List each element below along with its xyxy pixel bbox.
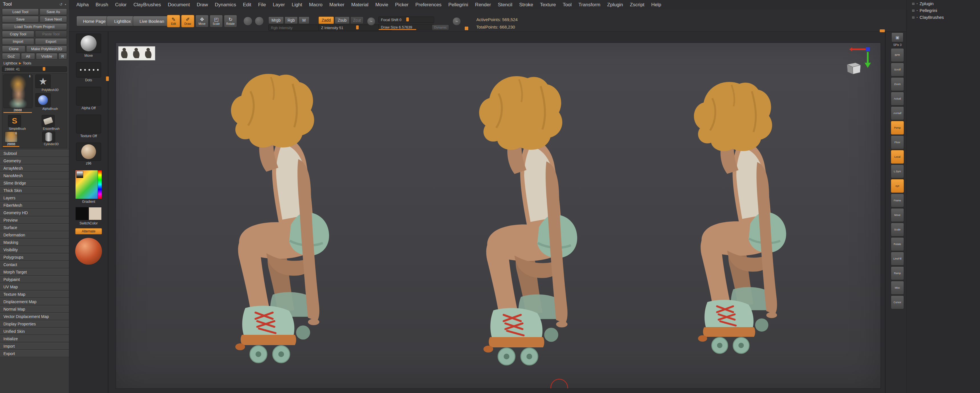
goz-all-button[interactable]: All	[21, 53, 35, 60]
make-polymesh3d-button[interactable]: Make PolyMesh3D	[26, 46, 67, 52]
right-shelf-button[interactable]: BPR	[891, 48, 904, 62]
goz-visible-button[interactable]: Visible	[36, 53, 57, 60]
goz-button[interactable]: GoZ	[2, 53, 20, 60]
hue-strip-icon[interactable]	[98, 170, 102, 199]
rotate-mode-button[interactable]: ↻ Rotate	[224, 15, 237, 27]
draw-size-slider[interactable]: Draw Size 6.57639	[378, 24, 434, 30]
edit-mode-button[interactable]: ✎ Edit	[167, 15, 180, 27]
slider-thumb[interactable]	[43, 67, 45, 71]
save-button[interactable]: Save	[2, 16, 39, 22]
rgb-button[interactable]: Rgb	[285, 16, 298, 24]
menu-item[interactable]: Zplugin	[607, 2, 623, 8]
subpalette-section-header[interactable]: Contact	[0, 261, 69, 268]
subpalette-section-header[interactable]: Subtool	[0, 150, 69, 157]
menu-item[interactable]: Movie	[375, 2, 388, 8]
menu-item[interactable]: Texture	[540, 2, 556, 8]
mrgb-button[interactable]: Mrgb	[268, 16, 284, 24]
right-shelf-button[interactable]: xyz	[891, 179, 904, 193]
right-shelf-button[interactable]: Floor	[891, 136, 904, 149]
round-toggle-icon-2[interactable]	[255, 16, 264, 26]
left-divider-handle[interactable]	[106, 77, 109, 81]
subpalette-section-header[interactable]: Vector Displacement Map	[0, 313, 69, 320]
alpha-selector-thumbnail[interactable]	[76, 87, 101, 105]
alternate-button[interactable]: Alternate	[75, 228, 102, 235]
right-shelf-button[interactable]: Local	[891, 150, 904, 164]
export-tool-button[interactable]: Export	[35, 38, 67, 45]
menu-item[interactable]: Document	[168, 2, 190, 8]
subpalette-section-header[interactable]: FiberMesh	[0, 202, 69, 209]
subpalette-section-header[interactable]: Morph Target	[0, 268, 69, 275]
focal-shift-slider[interactable]: Focal Shift 0	[378, 16, 434, 23]
move-mode-button[interactable]: ✥ Move	[196, 15, 208, 27]
camera-cube-icon[interactable]	[844, 59, 862, 77]
right-shelf-button[interactable]: AAHalf	[891, 106, 904, 120]
save-next-button[interactable]: Save Next	[40, 16, 67, 22]
menu-item[interactable]: Preferences	[415, 2, 442, 8]
copy-tool-button[interactable]: Copy Tool	[2, 31, 34, 37]
right-shelf-button[interactable]: Frame	[891, 194, 904, 207]
subpalette-section-header[interactable]: Display Properties	[0, 321, 69, 328]
current-color-sphere[interactable]	[75, 238, 102, 265]
menu-item[interactable]: Picker	[395, 2, 409, 8]
subpalette-section-header[interactable]: Export	[0, 350, 69, 357]
right-shelf-button[interactable]: Zoom	[891, 77, 904, 91]
menu-item[interactable]: Tool	[563, 2, 571, 8]
subpalette-section-header[interactable]: Import	[0, 343, 69, 350]
m-button[interactable]: M	[299, 16, 309, 24]
menu-item[interactable]: Material	[351, 2, 368, 8]
texture-selector-thumbnail[interactable]	[76, 115, 101, 133]
right-divider-handle[interactable]	[880, 29, 885, 32]
subpalette-section-header[interactable]: Polygroups	[0, 254, 69, 261]
active-color-chip[interactable]	[465, 26, 469, 30]
subpalette-section-header[interactable]: Initialize	[0, 335, 69, 342]
zadd-button[interactable]: Zadd	[318, 16, 334, 24]
slider-thumb[interactable]	[356, 26, 359, 29]
lightbox-tools-row[interactable]: Lightbox ▶ Tools	[0, 61, 69, 66]
secondary-color-swatch[interactable]	[75, 207, 89, 220]
slider-thumb[interactable]	[406, 18, 409, 21]
menu-item[interactable]: Dynamics	[215, 2, 236, 8]
menu-item[interactable]: Brush	[95, 2, 108, 8]
right-shelf-button[interactable]: LineFill	[891, 252, 904, 265]
menu-item[interactable]: Stroke	[519, 2, 533, 8]
subpalette-section-header[interactable]: Layers	[0, 195, 69, 201]
right-shelf-button[interactable]: L.Sym	[891, 165, 904, 178]
subpalette-section-header[interactable]: Preview	[0, 217, 69, 224]
tray-palette-header[interactable]: ▤ ▪ Zplugin	[907, 0, 980, 7]
stroke-type-move-thumbnail[interactable]	[76, 34, 101, 53]
right-shelf-button[interactable]: Ramp	[891, 266, 904, 280]
right-shelf-button[interactable]: Persp	[891, 121, 904, 134]
dynamic-draw-size-button[interactable]: Dynamic	[432, 24, 449, 30]
subpalette-section-header[interactable]: ArrayMesh	[0, 165, 69, 172]
subpalette-section-header[interactable]: Thick Skin	[0, 187, 69, 194]
tray-palette-header[interactable]: ▤ ▪ Pellegrini	[907, 7, 980, 14]
tray-palette-header[interactable]: ▤ ▪ ClayBrushes	[907, 14, 980, 21]
menu-item[interactable]: Transform	[578, 2, 600, 8]
menu-item[interactable]: Light	[292, 2, 302, 8]
menu-item[interactable]: Help	[651, 2, 661, 8]
menu-item[interactable]: Zscript	[630, 2, 644, 8]
right-shelf-button[interactable]: Scroll	[891, 63, 904, 77]
palette-cycle-icon[interactable]: ↺	[59, 2, 62, 6]
subpalette-section-header[interactable]: UV Map	[0, 283, 69, 290]
stroke-dots-thumbnail[interactable]	[76, 62, 101, 78]
sv-square-icon[interactable]	[76, 171, 83, 178]
menu-item[interactable]: Color	[115, 2, 127, 8]
goz-r-button[interactable]: R	[59, 53, 67, 60]
subpalette-section-header[interactable]: Visibility	[0, 246, 69, 253]
draw-mode-button[interactable]: ✐ Draw	[181, 15, 194, 27]
save-as-button[interactable]: Save As	[40, 8, 67, 15]
subpalette-section-header[interactable]: Geometry	[0, 157, 69, 164]
menu-item[interactable]: Edit	[243, 2, 251, 8]
canvas-reference-thumbnail[interactable]	[118, 46, 155, 61]
right-shelf-button[interactable]: Cursor	[891, 296, 904, 309]
zsub-button[interactable]: Zsub	[335, 16, 350, 24]
subpalette-section-header[interactable]: Deformation	[0, 232, 69, 238]
menu-item[interactable]: Pellegrini	[449, 2, 468, 8]
right-shelf-button[interactable]: Move	[891, 208, 904, 222]
palette-pin-icon[interactable]: ▪	[65, 2, 66, 6]
tool-quick-pick-slider[interactable]: 28888: 41	[2, 66, 67, 72]
eraserbrush-tool-thumbnail[interactable]	[41, 115, 55, 127]
menu-item[interactable]: Alpha	[76, 2, 89, 8]
subpalette-section-header[interactable]: NanoMesh	[0, 172, 69, 179]
